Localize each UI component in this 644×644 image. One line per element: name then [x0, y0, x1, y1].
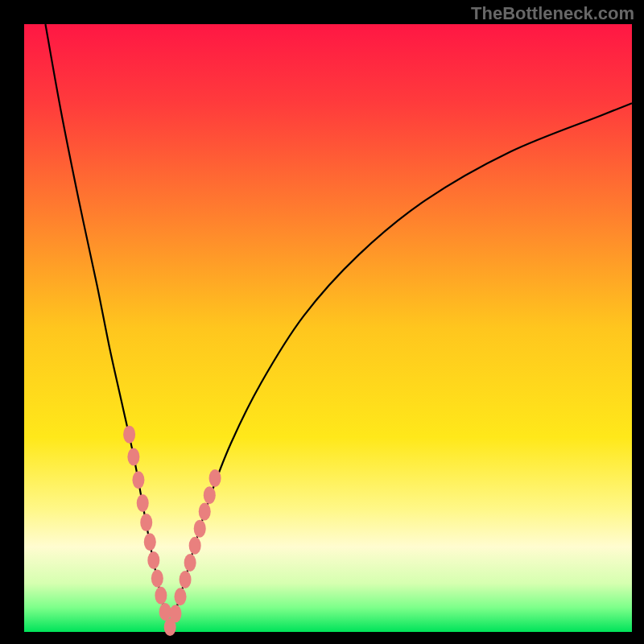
marker-dot: [194, 520, 206, 538]
marker-dot: [189, 537, 201, 555]
marker-dot: [132, 471, 144, 489]
chart-frame: TheBottleneck.com: [0, 0, 644, 644]
marker-dot: [159, 603, 171, 621]
marker-dot: [147, 551, 159, 569]
marker-dots-group: [123, 426, 221, 636]
marker-dot: [184, 554, 196, 572]
marker-dot: [127, 448, 139, 466]
marker-dot: [144, 533, 156, 551]
marker-dot: [155, 587, 167, 605]
curves-layer: [24, 24, 632, 632]
marker-dot: [123, 426, 135, 444]
marker-dot: [175, 588, 187, 605]
marker-dot: [170, 605, 182, 622]
watermark-text: TheBottleneck.com: [471, 3, 634, 24]
marker-dot: [204, 486, 216, 504]
plot-area: [24, 24, 632, 632]
marker-dot: [137, 494, 149, 512]
marker-dot: [140, 514, 152, 531]
marker-dot: [209, 469, 221, 487]
marker-dot: [199, 503, 211, 521]
curve-right-branch: [170, 103, 632, 629]
marker-dot: [180, 571, 192, 588]
marker-dot: [151, 570, 163, 588]
